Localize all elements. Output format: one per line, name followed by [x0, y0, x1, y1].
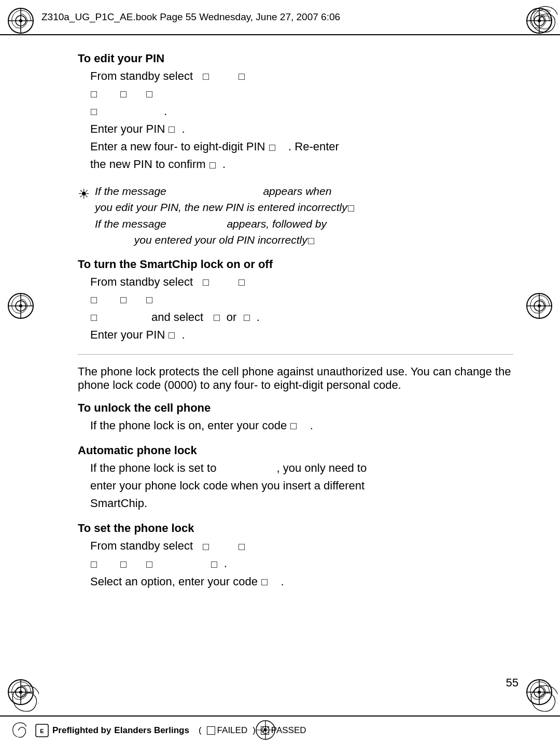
tip-line-3: If the message appears, followed by [95, 216, 355, 232]
smartchip-line-4: Enter your PIN . [90, 326, 513, 344]
failed-label: FAILED [217, 725, 248, 736]
edit-pin-line-1: From standby select [90, 67, 513, 85]
decorative-spiral-bot-right [521, 682, 557, 715]
section-smartchip-title: To turn the SmartChip lock on or off [78, 258, 513, 271]
tip-icon: ☀ [78, 184, 90, 204]
header-text: Z310a_UG_P1C_AE.book Page 55 Wednesday, … [41, 11, 340, 23]
footer-logo: E Preflighted by Elanders Berlings [35, 723, 189, 738]
auto-lock-line-1: If the phone lock is set to , you only n… [90, 459, 513, 477]
section-unlock-title: To unlock the cell phone [78, 401, 513, 415]
edit-pin-line-5: Enter a new four- to eight-digit PIN . R… [90, 138, 513, 156]
svg-text:E: E [40, 728, 44, 734]
reg-mark-mid-left [5, 290, 36, 321]
failed-checkbox-icon [207, 726, 215, 735]
smartchip-line-3: and select or . [90, 308, 513, 326]
footer-preflighted-text: Preflighted by [52, 725, 111, 736]
header-bar: Z310a_UG_P1C_AE.book Page 55 Wednesday, … [0, 0, 560, 35]
section-edit-pin: To edit your PIN From standby select . E… [78, 52, 513, 174]
section-set-phone-lock: To set the phone lock From standby selec… [78, 522, 513, 590]
edit-pin-line-4: Enter your PIN . [90, 120, 513, 138]
section-unlock-phone: To unlock the cell phone If the phone lo… [78, 401, 513, 434]
phone-lock-intro-text: The phone lock protects the cell phone a… [78, 365, 513, 392]
main-content: To edit your PIN From standby select . E… [73, 41, 519, 692]
tip-box: ☀ If the message appears when you edit y… [78, 183, 513, 248]
auto-lock-line-3: SmartChip. [90, 495, 513, 512]
footer-company-name: Elanders Berlings [114, 725, 189, 736]
page-number: 55 [506, 676, 519, 690]
set-lock-line-3: Select an option, enter your code . [90, 573, 513, 591]
footer-bar: E Preflighted by Elanders Berlings ( FAI… [0, 715, 560, 744]
section-smartchip-body: From standby select and select or . Ente… [78, 273, 513, 344]
edit-pin-line-6: the new PIN to confirm . [90, 156, 513, 173]
phone-lock-intro-section: The phone lock protects the cell phone a… [78, 365, 513, 392]
tip-line-1: If the message appears when [95, 183, 355, 200]
elanders-logo-icon: E [35, 723, 49, 738]
footer-reg-mark-1 [8, 720, 29, 741]
tip-content: If the message appears when you edit you… [95, 183, 355, 248]
unlock-line-1: If the phone lock is on, enter your code… [90, 417, 513, 434]
separator-line [78, 354, 513, 355]
footer-checks: ( FAILED ) ✗ PASSED [199, 725, 306, 736]
section-set-lock-title: To set the phone lock [78, 522, 513, 535]
section-set-lock-body: From standby select . Select an option, … [78, 537, 513, 590]
set-lock-line-2: . [90, 555, 513, 572]
edit-pin-line-2 [90, 85, 513, 103]
section-unlock-body: If the phone lock is on, enter your code… [78, 417, 513, 434]
failed-check: FAILED [207, 725, 248, 736]
reg-mark-mid-right [524, 290, 555, 321]
set-lock-line-1: From standby select [90, 537, 513, 555]
footer-reg-mark-center [254, 719, 277, 741]
tip-line-4: you entered your old PIN incorrectly [95, 232, 355, 248]
open-paren: ( [199, 725, 202, 736]
edit-pin-line-3: . [90, 103, 513, 120]
decorative-spiral-bot-left [3, 682, 39, 715]
section-auto-lock: Automatic phone lock If the phone lock i… [78, 444, 513, 512]
tip-line-2: you edit your PIN, the new PIN is entere… [95, 199, 355, 216]
section-edit-pin-body: From standby select . Enter your PIN . E… [78, 67, 513, 174]
smartchip-line-2 [90, 291, 513, 308]
section-smartchip-lock: To turn the SmartChip lock on or off Fro… [78, 258, 513, 344]
section-edit-pin-title: To edit your PIN [78, 52, 513, 65]
smartchip-line-1: From standby select [90, 273, 513, 291]
section-auto-lock-body: If the phone lock is set to , you only n… [78, 459, 513, 512]
auto-lock-line-2: enter your phone lock code when you inse… [90, 477, 513, 495]
section-auto-lock-title: Automatic phone lock [78, 444, 513, 457]
